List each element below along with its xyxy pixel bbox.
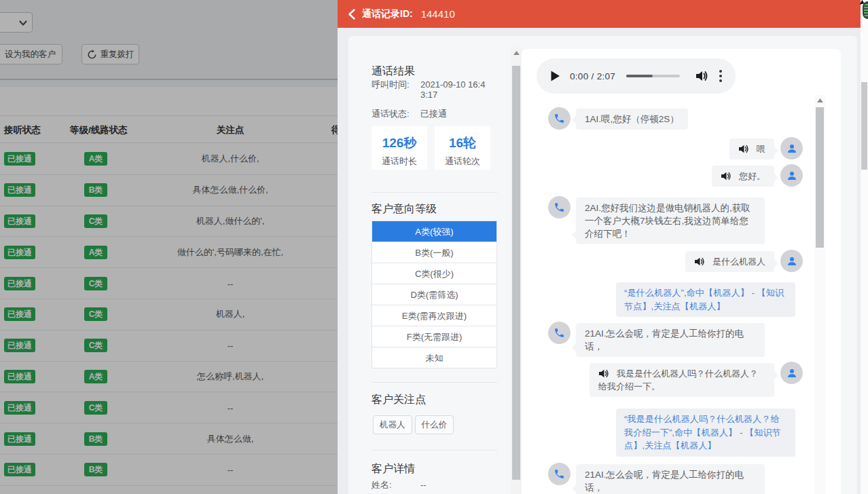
- person-icon: [786, 255, 798, 267]
- speaker-icon: [721, 171, 732, 181]
- phone-icon: [554, 113, 565, 124]
- call-status-row: 通话状态: 已接通: [372, 109, 487, 119]
- call-status-label: 通话状态:: [372, 109, 420, 119]
- page-scrollbar[interactable]: [861, 0, 868, 494]
- hit-info-text: “是什么机器人”,命中【机器人】 - 【知识节点】,关注点【机器人】: [616, 282, 795, 317]
- name-label: 姓名:: [372, 480, 420, 490]
- message-bubble: 21AI.怎么会呢，肯定是人工给你打的电话，: [576, 323, 765, 357]
- focus-tags: 机器人什么价: [373, 415, 454, 434]
- back-icon[interactable]: [347, 9, 357, 20]
- chat-scrollbar[interactable]: [814, 95, 825, 494]
- drawer-body: 通话结果 呼叫时间: 2021-09-10 16:43:17 通话状态: 已接通…: [348, 36, 857, 494]
- divider: [372, 450, 497, 451]
- scrollbar-thumb[interactable]: [512, 66, 520, 480]
- rounds-value: 16轮: [435, 134, 490, 152]
- message-bubble: 您好。: [712, 166, 774, 187]
- intent-list: A类(较强)B类(一般)C类(很少)D类(需筛选)E类(需再次跟进)F类(无需跟…: [372, 221, 497, 368]
- message-bubble: 是什么机器人: [685, 251, 774, 272]
- intent-option[interactable]: A类(较强): [372, 221, 496, 242]
- phone-icon: [554, 327, 565, 339]
- drawer-title: 通话记录ID:: [362, 8, 413, 20]
- play-icon[interactable]: [550, 71, 560, 81]
- intent-option[interactable]: E类(需再次跟进): [372, 305, 496, 326]
- record-id: 144410: [421, 8, 455, 20]
- message-bubble: 1AI.喂,您好（停顿2S）: [576, 109, 688, 130]
- audio-progress[interactable]: [626, 75, 680, 77]
- divider: [372, 382, 497, 383]
- call-record-drawer: 通话记录ID: 144410 通话结果 呼叫时间: 2021-09-10 16:…: [338, 0, 868, 494]
- focus-tag[interactable]: 什么价: [415, 415, 454, 434]
- duration-value: 126秒: [372, 134, 427, 152]
- more-options-icon[interactable]: [719, 70, 722, 82]
- customer-avatar: [780, 362, 803, 384]
- intent-option[interactable]: D类(需筛选): [372, 284, 496, 305]
- audio-time: 0:00 / 2:07: [570, 71, 615, 81]
- customer-avatar: [780, 250, 803, 272]
- focus-tag[interactable]: 机器人: [373, 415, 412, 434]
- call-time-row: 呼叫时间: 2021-09-10 16:43:17: [372, 79, 487, 100]
- call-time-value: 2021-09-10 16:43:17: [420, 79, 487, 100]
- customer-name-row: 姓名: --: [372, 480, 487, 490]
- call-result-heading: 通话结果: [372, 64, 415, 79]
- name-value: --: [420, 480, 487, 490]
- duration-label: 通话时长: [372, 155, 427, 168]
- person-icon: [786, 367, 798, 379]
- audio-player[interactable]: 0:00 / 2:07: [537, 58, 736, 94]
- intent-option[interactable]: B类(一般): [372, 242, 496, 263]
- rounds-card: 16轮 通话轮次: [435, 126, 490, 170]
- left-pane-scrollbar[interactable]: [511, 48, 522, 494]
- chat-transcript: 1AI.喂,您好（停顿2S）喂您好。2AI.您好我们这边是做电销机器人的,获取一…: [522, 95, 825, 494]
- message-bubble: 2AI.您好我们这边是做电销机器人的,获取一个客户大概7块钱左右,我这边简单给您…: [576, 197, 765, 244]
- message-bubble: 喂: [729, 138, 774, 159]
- speaker-icon: [738, 144, 750, 154]
- customer-avatar: [780, 164, 803, 187]
- screen: 设为我的客户 重复拨打 接听状态 等级/线路状态 关注点 得分 已接通A类机器人…: [0, 0, 868, 494]
- drawer-header: 通话记录ID: 144410: [338, 0, 868, 28]
- phone-icon: [554, 202, 565, 213]
- caller-avatar: [548, 196, 571, 218]
- caller-avatar: [548, 107, 571, 130]
- stat-cards: 126秒 通话时长 16轮 通话轮次: [372, 126, 490, 170]
- scrollbar-thumb[interactable]: [816, 107, 824, 248]
- caller-avatar: [548, 322, 571, 344]
- speaker-icon: [694, 256, 706, 267]
- duration-card: 126秒 通话时长: [372, 126, 427, 170]
- detail-heading: 客户详情: [372, 462, 415, 476]
- intent-heading: 客户意向等级: [372, 202, 437, 216]
- message-bubble: 我是是什么机器人吗？什么机器人？给我介绍一下。: [590, 363, 774, 397]
- extension-widget-icon[interactable]: [863, 1, 868, 19]
- rounds-label: 通话轮次: [435, 155, 490, 168]
- intent-option[interactable]: C类(很少): [372, 263, 496, 284]
- hit-info-text: “我是是什么机器人吗？什么机器人？给我介绍一下”,命中【机器人】 - 【知识节点…: [616, 408, 795, 457]
- intent-option[interactable]: F类(无需跟进): [372, 326, 496, 347]
- caller-avatar: [548, 463, 571, 485]
- person-icon: [786, 170, 798, 182]
- customer-avatar: [780, 137, 803, 159]
- phone-icon: [554, 468, 565, 480]
- intent-option[interactable]: 未知: [372, 347, 496, 368]
- chat-panel: 0:00 / 2:07 1AI.喂,您好（停顿2S）喂您好。2AI.您好我们这边…: [522, 49, 841, 494]
- call-status-value: 已接通: [420, 109, 487, 119]
- focus-heading: 客户关注点: [372, 393, 426, 407]
- scrollbar-thumb[interactable]: [861, 82, 867, 170]
- call-time-label: 呼叫时间:: [372, 79, 420, 100]
- volume-icon[interactable]: [695, 70, 708, 82]
- divider: [372, 192, 497, 193]
- message-bubble: 21AI.怎么会呢，肯定是人工给你打的电话，: [576, 464, 765, 494]
- speaker-icon: [598, 368, 610, 379]
- person-icon: [786, 142, 798, 155]
